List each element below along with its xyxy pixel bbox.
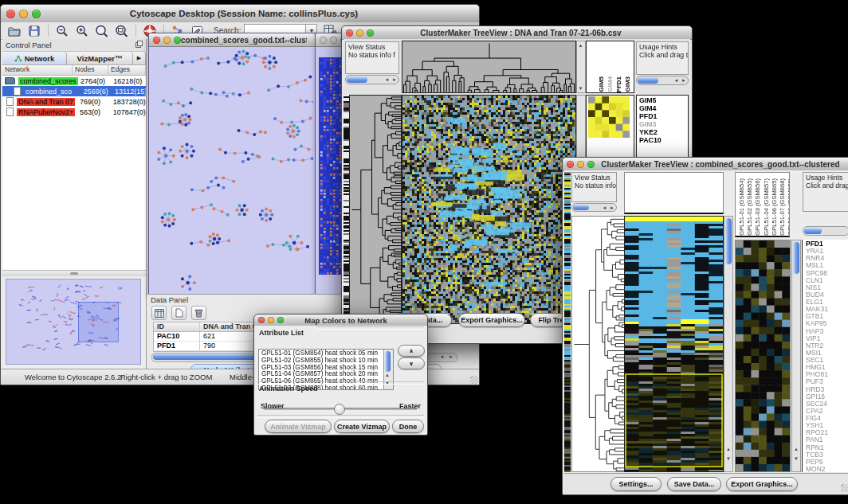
move-up-button[interactable]: ∧: [398, 345, 425, 357]
usage-hints-hscrollbar[interactable]: ◄ ►: [636, 76, 689, 85]
row-label[interactable]: GIM5: [639, 96, 688, 104]
zoom-button[interactable]: [277, 317, 284, 323]
heatmap-global-canvas[interactable]: [402, 96, 575, 323]
column-label[interactable]: YKE2: [633, 76, 634, 92]
network-view-titlebar[interactable]: combined_scores_good.txt--cluste...: [149, 33, 315, 47]
row-label[interactable]: YKE2: [639, 128, 688, 136]
network-row[interactable]: RNAPuberNov2+ 563(0) 107847(0): [2, 107, 146, 117]
row-label[interactable]: GIM3: [639, 120, 688, 128]
column-label[interactable]: GIM4: [607, 76, 614, 92]
export-graphics-button[interactable]: Export Graphics...: [726, 477, 798, 491]
network-row[interactable]: DNA and Tran 07 769(0) 183728(0): [2, 96, 146, 107]
column-label[interactable]: GPL51-02 (GSM855): [746, 178, 753, 236]
slider-thumb[interactable]: [334, 404, 345, 415]
animation-speed-slider[interactable]: [264, 408, 417, 410]
settings-button[interactable]: Settings...: [610, 477, 662, 491]
delete-attribute-trash-icon[interactable]: [191, 306, 206, 320]
move-down-button[interactable]: ∨: [398, 357, 425, 369]
zoom-button[interactable]: [32, 10, 41, 18]
zoom-out-icon[interactable]: [55, 24, 69, 37]
minimize-button[interactable]: [356, 29, 363, 37]
close-button[interactable]: [6, 10, 15, 18]
usage-hints-hscrollbar[interactable]: [803, 226, 848, 236]
minimize-button[interactable]: [330, 37, 337, 44]
dialog-titlebar[interactable]: Map Colors to Network: [254, 315, 427, 326]
column-label[interactable]: GPL51-07 (GSM868): [779, 178, 786, 236]
row-dendrogram[interactable]: [571, 216, 625, 472]
column-dendrogram[interactable]: [402, 41, 576, 93]
gene-label[interactable]: MON2: [806, 466, 848, 472]
close-button[interactable]: [346, 29, 353, 37]
column-label[interactable]: GIM5: [598, 76, 605, 92]
heatmap-zoom-canvas[interactable]: [736, 240, 790, 471]
heatmap-zoom-canvas[interactable]: [588, 96, 630, 138]
row-dendrogram-canvas[interactable]: [350, 96, 401, 323]
network-edges-count: 107847(0): [112, 108, 146, 116]
zoom-button[interactable]: [587, 161, 595, 168]
column-label[interactable]: GPL51-06 (GSM865): [771, 178, 778, 236]
close-button[interactable]: [153, 37, 160, 44]
create-vizmap-button[interactable]: Create Vizmap: [334, 420, 390, 433]
minimize-button[interactable]: [577, 161, 584, 168]
row-dendrogram[interactable]: [349, 95, 402, 324]
row-label[interactable]: PAC10: [639, 136, 688, 144]
treeview-dna-titlebar[interactable]: ClusterMaker TreeView : DNA and Tran 07-…: [342, 26, 692, 40]
column-label[interactable]: GPL51-08 (GSM872): [787, 178, 790, 236]
row-label[interactable]: GIM4: [639, 104, 688, 112]
hscroll-arrows[interactable]: ◄ ►: [439, 354, 455, 361]
heatmap-vscrollbar[interactable]: ▲▼: [724, 216, 733, 472]
select-attributes-icon[interactable]: [151, 306, 167, 320]
close-button[interactable]: [320, 37, 327, 44]
network-overview-panel[interactable]: [2, 276, 146, 367]
view-status-hscrollbar[interactable]: ◄ ►: [345, 75, 399, 84]
zoom-in-icon[interactable]: [75, 24, 88, 37]
new-attribute-icon[interactable]: [171, 306, 186, 320]
done-button[interactable]: Done: [392, 420, 424, 433]
row-label[interactable]: PFD1: [639, 112, 688, 120]
main-titlebar[interactable]: Cytoscape Desktop (Session Name: collins…: [1, 5, 479, 23]
column-label[interactable]: GPL51-01 (GSM854): [738, 178, 745, 236]
minimize-button[interactable]: [19, 10, 28, 18]
zoom-button[interactable]: [367, 29, 374, 37]
close-button[interactable]: [258, 317, 265, 323]
network-overview-canvas[interactable]: [6, 279, 141, 365]
column-label[interactable]: GPL51-03 (GSM856): [754, 178, 761, 236]
treeview-combined-titlebar[interactable]: ClusterMaker TreeView : combined_scores_…: [563, 158, 848, 171]
animate-vizmap-button[interactable]: Animate Vizmap: [265, 420, 332, 433]
heatmap-global-view[interactable]: [624, 216, 724, 472]
heatmap-global-canvas[interactable]: [625, 217, 723, 471]
row-dendrogram-canvas[interactable]: [572, 217, 624, 471]
zoom-fit-icon[interactable]: [95, 24, 108, 37]
zoom-selected-icon[interactable]: [115, 24, 128, 37]
heatmap-global-view[interactable]: [402, 95, 576, 324]
resize-grip[interactable]: [841, 484, 848, 492]
tab-network[interactable]: Network: [2, 52, 67, 64]
resize-grip[interactable]: [470, 376, 478, 384]
close-button[interactable]: [567, 161, 574, 168]
zoom-vscrollbar[interactable]: ▲▼: [791, 240, 801, 472]
open-file-icon[interactable]: [7, 24, 21, 37]
save-icon[interactable]: [27, 24, 41, 37]
tree-mid-scrollbar[interactable]: ▲▼: [576, 41, 586, 93]
column-dendrogram-canvas[interactable]: [402, 41, 575, 92]
zoom-button[interactable]: [174, 37, 181, 44]
overview-resize-handle[interactable]: [2, 271, 146, 276]
minimize-button[interactable]: [268, 317, 274, 323]
minimize-button[interactable]: [163, 37, 171, 44]
network-row[interactable]: combined_sco 2569(6) 13112(15): [2, 86, 146, 96]
export-graphics-button[interactable]: Export Graphics...: [458, 313, 525, 327]
tab-vizmapper[interactable]: VizMapper™: [67, 52, 133, 64]
float-panel-icon[interactable]: [135, 41, 143, 49]
heatmap-zoom-view[interactable]: [735, 240, 791, 472]
save-data-button[interactable]: Save Data...: [667, 477, 721, 491]
network-view-canvas[interactable]: [149, 46, 313, 295]
column-dendrogram-empty[interactable]: [624, 172, 724, 214]
column-label[interactable]: GPL51-04 (GSM857): [763, 178, 770, 236]
more-tabs-button[interactable]: ▶: [133, 52, 146, 64]
view-status-hscrollbar[interactable]: ◄ ►: [571, 203, 617, 212]
network-row[interactable]: combined_scores 2764(0) 16218(0): [2, 76, 146, 86]
global-row-strip[interactable]: [564, 172, 571, 472]
global-row-strip[interactable]: [344, 95, 349, 324]
column-label[interactable]: PFD1: [615, 76, 622, 92]
column-label[interactable]: GIM3: [624, 76, 631, 92]
